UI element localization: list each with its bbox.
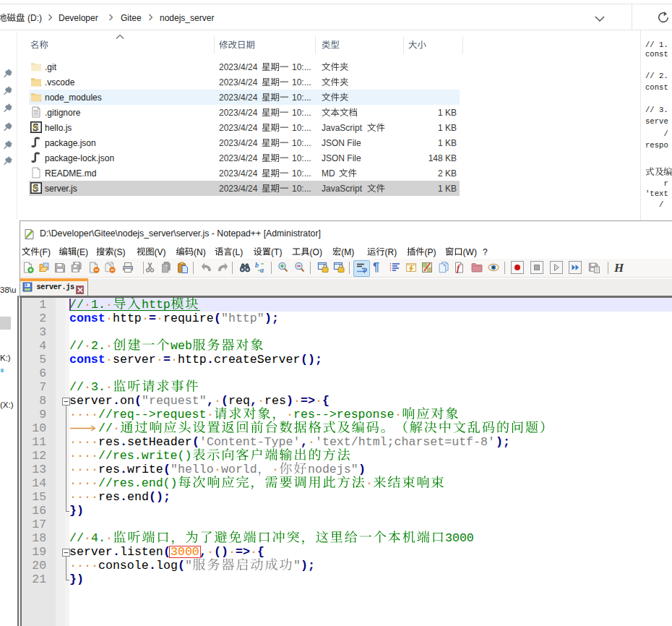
svg-text:S: S: [33, 122, 38, 133]
svg-text:a: a: [260, 266, 264, 273]
svg-text:b: b: [255, 262, 259, 269]
svg-text:S: S: [33, 183, 38, 194]
